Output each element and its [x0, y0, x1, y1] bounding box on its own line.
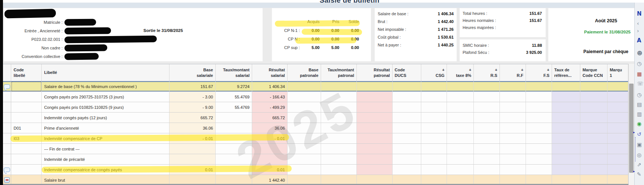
cell[interactable]: 151.67: [169, 81, 216, 92]
cell[interactable]: [526, 92, 552, 102]
cell-libelle[interactable]: Prime d'ancienneté: [42, 123, 169, 133]
cp-value[interactable]: 0.00: [339, 28, 359, 35]
cell[interactable]: [500, 123, 526, 133]
cell[interactable]: [321, 102, 356, 113]
row-gutter[interactable]: [3, 175, 11, 185]
row-gutter[interactable]: [3, 123, 11, 133]
cell[interactable]: [287, 113, 321, 123]
cell[interactable]: [607, 123, 628, 133]
column-header[interactable]: +taxe 8%: [447, 64, 474, 81]
cell[interactable]: [580, 144, 607, 154]
cell[interactable]: [607, 81, 628, 92]
cell[interactable]: [552, 123, 580, 133]
phone-icon[interactable]: ☏: [637, 81, 644, 87]
cell[interactable]: [607, 175, 628, 185]
cell[interactable]: [526, 133, 552, 144]
cell[interactable]: [552, 102, 580, 113]
cell[interactable]: [474, 154, 500, 165]
cell[interactable]: [392, 113, 421, 123]
cell[interactable]: [287, 102, 321, 113]
cell[interactable]: 1 442.40: [252, 175, 287, 185]
cell[interactable]: - 166.43: [252, 92, 287, 102]
cell[interactable]: [356, 133, 392, 144]
row-gutter[interactable]: [3, 133, 11, 144]
cell[interactable]: [474, 113, 500, 123]
comment-icon[interactable]: [4, 168, 10, 172]
cell[interactable]: [474, 123, 500, 133]
cell[interactable]: [526, 102, 552, 113]
cell[interactable]: - 0.01: [169, 133, 216, 144]
cell[interactable]: [607, 102, 628, 113]
chevron-left-icon[interactable]: ‹: [637, 20, 639, 26]
cell[interactable]: [474, 133, 500, 144]
cell[interactable]: [11, 154, 42, 165]
cell[interactable]: [552, 154, 580, 165]
cell[interactable]: [321, 165, 356, 175]
cell[interactable]: [421, 165, 447, 175]
cell[interactable]: [500, 175, 526, 185]
cell[interactable]: [321, 92, 356, 102]
cell[interactable]: [392, 165, 421, 175]
cell[interactable]: [526, 175, 552, 185]
toolbar-arrow-icon[interactable]: ▸: [633, 169, 635, 173]
cell[interactable]: [287, 154, 321, 165]
cell[interactable]: 36.06: [252, 123, 287, 133]
cell[interactable]: [252, 144, 287, 154]
column-header[interactable]: Taux/montantpatronal: [321, 64, 356, 81]
column-header[interactable]: Marqu1: [607, 64, 628, 81]
cell[interactable]: [552, 165, 580, 175]
globe-icon[interactable]: ◎: [637, 152, 641, 158]
cell[interactable]: 55.4769: [215, 102, 252, 113]
column-header[interactable]: Résultatpatronal: [356, 64, 392, 81]
cell[interactable]: [552, 113, 580, 123]
cell[interactable]: [356, 144, 392, 154]
sync-icon[interactable]: ◉: [637, 121, 641, 127]
cell[interactable]: [321, 81, 356, 92]
cp-value[interactable]: 5.00: [320, 45, 339, 52]
cell[interactable]: [607, 133, 628, 144]
cell[interactable]: [500, 165, 526, 175]
column-header[interactable]: MarqueCode CCN: [580, 64, 607, 81]
cell[interactable]: [447, 81, 474, 92]
cell[interactable]: [552, 175, 580, 185]
cell[interactable]: [580, 175, 607, 185]
column-header[interactable]: CodeDUCS: [392, 64, 421, 81]
cell[interactable]: [500, 92, 526, 102]
cell[interactable]: [356, 92, 392, 102]
cell[interactable]: [169, 175, 216, 185]
row-gutter[interactable]: [3, 165, 11, 175]
cell[interactable]: [392, 92, 421, 102]
cell[interactable]: [169, 144, 216, 154]
cell[interactable]: [580, 154, 607, 165]
column-header[interactable]: [3, 64, 11, 81]
cell[interactable]: [447, 123, 474, 133]
pay-lines-grid[interactable]: CodelibelléLibelléBasesalarialeTaux/mont…: [3, 64, 628, 185]
cell[interactable]: [580, 81, 607, 92]
cell[interactable]: [356, 113, 392, 123]
cell[interactable]: [447, 165, 474, 175]
cell-libelle[interactable]: --- Fin de contrat ---: [42, 144, 169, 154]
column-header[interactable]: +R.S: [474, 64, 500, 81]
cell[interactable]: [526, 123, 552, 133]
cp-value[interactable]: 0.00: [300, 28, 320, 35]
cell[interactable]: [474, 92, 500, 102]
cell[interactable]: [526, 165, 552, 175]
cell-libelle[interactable]: Indemnité de précarité: [42, 154, 169, 165]
column-header[interactable]: Libellé: [42, 64, 169, 81]
cell[interactable]: [526, 81, 552, 92]
cell[interactable]: I03: [11, 133, 42, 144]
cell[interactable]: [215, 154, 252, 165]
cell[interactable]: [447, 102, 474, 113]
cell[interactable]: [500, 113, 526, 123]
cell[interactable]: 0.01: [169, 165, 216, 175]
cell[interactable]: [287, 92, 321, 102]
cell[interactable]: [287, 133, 321, 144]
cell[interactable]: [552, 144, 580, 154]
cell[interactable]: [287, 175, 321, 185]
cell[interactable]: [421, 133, 447, 144]
cell[interactable]: [580, 113, 607, 123]
column-header[interactable]: Basepatronale: [287, 64, 321, 81]
cell[interactable]: 36.06: [169, 123, 216, 133]
cell[interactable]: [421, 123, 447, 133]
cell[interactable]: D01: [11, 123, 42, 133]
